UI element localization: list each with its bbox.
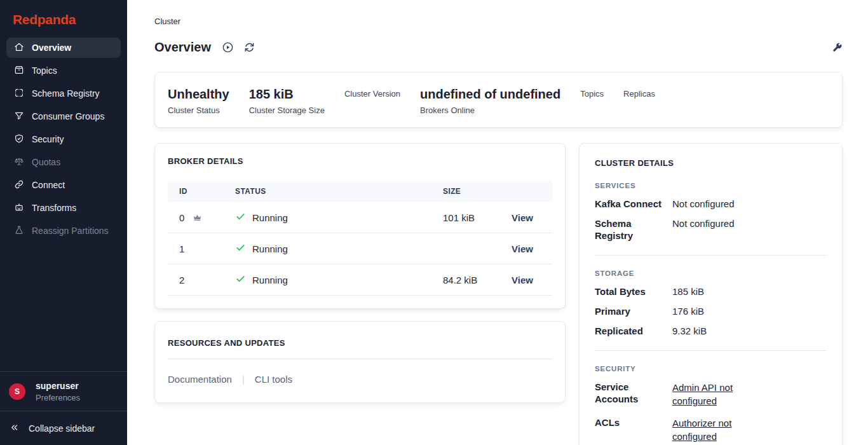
- stat-brokers-online: undefined of undefined Brokers Online: [420, 86, 560, 115]
- preferences-link[interactable]: Preferences: [36, 393, 80, 402]
- wrench-icon: [831, 42, 843, 53]
- flask-icon: [14, 225, 24, 237]
- detail-value: 9.32 kiB: [672, 325, 827, 337]
- status-check-icon: [235, 211, 246, 224]
- documentation-link[interactable]: Documentation: [168, 374, 232, 385]
- broker-table: ID STATUS SIZE 0: [168, 181, 552, 296]
- stat-value: Unhealthy: [168, 86, 229, 102]
- cluster-details-card: CLUSTER DETAILS SERVICES Kafka Connect N…: [579, 143, 843, 445]
- detail-label: ACLs: [595, 416, 666, 428]
- stat-cluster-version: Cluster Version: [344, 86, 400, 115]
- user-section: S superuser Preferences: [0, 371, 127, 411]
- broker-id: 0: [179, 212, 184, 223]
- detail-label: Replicated: [595, 325, 666, 337]
- funnel-icon: [14, 111, 24, 123]
- collapse-sidebar-button[interactable]: Collapse sidebar: [0, 411, 127, 445]
- stat-topics: Topics: [580, 86, 604, 115]
- sidebar-nav: Overview Topics Schema Registry Consumer…: [0, 37, 127, 371]
- cluster-stats-bar: Unhealthy Cluster Status 185 kiB Cluster…: [154, 72, 843, 128]
- sidebar-item-schema-registry[interactable]: Schema Registry: [6, 83, 121, 104]
- title-row: Overview: [154, 40, 843, 55]
- settings-wrench-button[interactable]: [831, 42, 843, 53]
- column-header-status: STATUS: [224, 181, 431, 202]
- detail-label: Primary: [595, 305, 666, 317]
- broker-size: [431, 233, 500, 264]
- detail-label: Total Bytes: [595, 285, 666, 298]
- sidebar-item-transforms[interactable]: Transforms: [6, 198, 121, 218]
- broker-status: Running: [252, 212, 288, 223]
- authorizer-not-configured-link[interactable]: Authorizer not configured: [672, 416, 740, 443]
- sidebar-item-label: Schema Registry: [32, 88, 100, 99]
- detail-value: Not configured: [672, 217, 827, 229]
- stat-value: 185 kiB: [249, 86, 325, 102]
- collapse-sidebar-label: Collapse sidebar: [29, 423, 95, 434]
- stat-label: Brokers Online: [420, 106, 560, 115]
- column-header-id: ID: [168, 181, 224, 202]
- sidebar-item-connect[interactable]: Connect: [6, 175, 121, 195]
- sidebar-item-reassign-partitions[interactable]: Reassign Partitions: [6, 221, 121, 241]
- detail-value: 185 kiB: [672, 285, 827, 298]
- stat-cluster-storage-size: 185 kiB Cluster Storage Size: [249, 86, 325, 115]
- broker-row-1: 1 Running View: [168, 233, 552, 264]
- broker-row-2: 2 Running 84.2 kiB View: [168, 264, 552, 296]
- controller-crown-icon: [193, 213, 202, 222]
- sidebar-item-label: Overview: [32, 43, 71, 53]
- detail-row-acls: ACLs Authorizer not configured: [595, 416, 827, 443]
- view-broker-link[interactable]: View: [512, 212, 533, 223]
- detail-label: Service Accounts: [595, 381, 666, 405]
- view-broker-link[interactable]: View: [512, 275, 533, 285]
- redpanda-logo[interactable]: Redpanda: [0, 0, 127, 37]
- stat-label: Cluster Storage Size: [249, 106, 325, 115]
- schema-registry-icon: [14, 88, 24, 100]
- admin-api-not-configured-link[interactable]: Admin API not configured: [672, 381, 740, 407]
- detail-row-service-accounts: Service Accounts Admin API not configure…: [595, 381, 827, 407]
- column-header-size: SIZE: [431, 181, 500, 202]
- main-content: Cluster Overview Unhealthy Cluster Statu…: [127, 0, 868, 445]
- broker-size: 101 kiB: [431, 202, 500, 233]
- sidebar-item-security[interactable]: Security: [6, 129, 121, 149]
- status-check-icon: [235, 273, 246, 286]
- sidebar-item-label: Consumer Groups: [32, 111, 104, 121]
- sidebar-item-label: Reassign Partitions: [32, 226, 109, 236]
- sidebar-item-label: Topics: [32, 65, 57, 76]
- stat-label: Replicas: [623, 89, 655, 99]
- detail-value: Not configured: [672, 198, 827, 210]
- cli-tools-link[interactable]: CLI tools: [255, 374, 292, 385]
- breadcrumb[interactable]: Cluster: [154, 17, 180, 26]
- detail-label: Schema Registry: [595, 217, 666, 242]
- broker-status: Running: [252, 243, 288, 254]
- broker-status: Running: [252, 275, 288, 285]
- user-name: superuser: [36, 380, 80, 392]
- play-circle-icon: [222, 41, 234, 53]
- sidebar-item-consumer-groups[interactable]: Consumer Groups: [6, 106, 121, 127]
- resources-heading: RESOURCES AND UPDATES: [168, 338, 552, 348]
- sidebar-item-overview[interactable]: Overview: [6, 38, 121, 58]
- scales-icon: [14, 156, 24, 168]
- broker-details-heading: BROKER DETAILS: [168, 156, 552, 166]
- broker-table-header-row: ID STATUS SIZE: [168, 181, 552, 202]
- cluster-details-heading: CLUSTER DETAILS: [595, 158, 827, 168]
- broker-row-0: 0 Running 101 kiB View: [168, 202, 552, 233]
- page-title: Overview: [154, 40, 211, 55]
- view-broker-link[interactable]: View: [512, 243, 533, 254]
- stat-replicas: Replicas: [623, 86, 655, 115]
- detail-row-total-bytes: Total Bytes 185 kiB: [595, 285, 827, 298]
- play-circle-button[interactable]: [222, 41, 234, 53]
- sidebar-item-topics[interactable]: Topics: [6, 60, 121, 81]
- resources-card: RESOURCES AND UPDATES Documentation | CL…: [154, 321, 566, 403]
- link-separator: |: [242, 374, 245, 385]
- status-check-icon: [235, 242, 246, 255]
- stat-label: Cluster Version: [344, 89, 400, 99]
- broker-details-card: BROKER DETAILS ID STATUS SIZE: [154, 143, 566, 309]
- double-chevron-left-icon: [10, 423, 19, 434]
- detail-label: Kafka Connect: [595, 198, 666, 210]
- detail-row-schema-registry: Schema Registry Not configured: [595, 217, 827, 242]
- divider: [595, 350, 827, 351]
- sidebar-item-label: Quotas: [32, 157, 60, 167]
- topics-box-icon: [14, 65, 24, 77]
- sidebar-item-quotas[interactable]: Quotas: [6, 152, 121, 172]
- refresh-button[interactable]: [243, 41, 255, 53]
- security-section-heading: SECURITY: [595, 365, 827, 373]
- link-icon: [14, 179, 24, 191]
- avatar[interactable]: S: [9, 383, 25, 400]
